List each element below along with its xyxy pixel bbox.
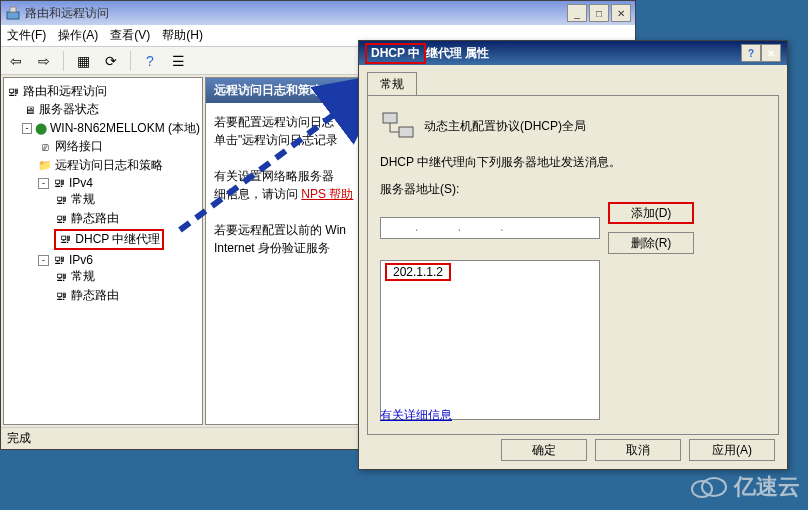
cancel-button[interactable]: 取消 [595,439,681,461]
dialog-title-a: DHCP 中 [371,46,420,60]
cloud-icon [688,475,728,499]
collapse-icon[interactable]: - [38,178,49,189]
server-icon: 🖳 [6,85,20,99]
server-node-icon: ⬤ [35,122,47,136]
dhcp-global-icon [380,108,416,144]
dialog-header: 动态主机配置协议(DHCP)全局 [424,118,586,135]
nps-help-link[interactable]: NPS 帮助 [301,187,353,201]
tree-dhcp-relay-highlight: 🖳 DHCP 中继代理 [54,229,164,250]
tree-nic[interactable]: 网络接口 [55,138,103,155]
add-button[interactable]: 添加(D) [608,202,694,224]
back-icon[interactable]: ⇦ [5,50,27,72]
svg-point-8 [702,478,726,496]
tree-ipv6[interactable]: IPv6 [69,253,93,267]
menu-help[interactable]: 帮助(H) [162,27,203,44]
titlebar: 路由和远程访问 _ □ ✕ [1,1,635,25]
ok-button[interactable]: 确定 [501,439,587,461]
tab-general[interactable]: 常规 [367,72,417,96]
tree-ipv4[interactable]: IPv4 [69,176,93,190]
general-icon: 🖳 [54,270,68,284]
forward-icon[interactable]: ⇨ [33,50,55,72]
route-icon: 🖳 [54,212,68,226]
menu-action[interactable]: 操作(A) [58,27,98,44]
dialog-titlebar: DHCP 中继代理 属性 ? ✕ [359,41,787,65]
server-list[interactable]: 202.1.1.2 [380,260,600,420]
menu-view[interactable]: 查看(V) [110,27,150,44]
server-list-item[interactable]: 202.1.1.2 [385,263,451,281]
help-icon[interactable]: ? [139,50,161,72]
tree-ipv4-static[interactable]: 静态路由 [71,210,119,227]
tree-logs[interactable]: 远程访问日志和策略 [55,157,163,174]
dialog-tabs: 常规 [359,65,787,95]
tree-pane[interactable]: 🖳路由和远程访问 🖥服务器状态 -⬤WIN-8N62MELLOKM (本地) ⎚… [3,77,203,425]
content-p3b: 细信息，请访问 [214,187,298,201]
tree-dhcp-relay[interactable]: DHCP 中继代理 [75,232,160,246]
separator [130,51,131,71]
refresh-icon[interactable]: ⟳ [100,50,122,72]
dialog-help-button[interactable]: ? [741,44,761,62]
route-icon: 🖳 [54,289,68,303]
watermark: 亿速云 [688,472,800,502]
maximize-button[interactable]: □ [589,4,609,22]
window-title: 路由和远程访问 [25,5,567,22]
apply-button[interactable]: 应用(A) [689,439,775,461]
folder-icon: 📁 [38,159,52,173]
server-address-label: 服务器地址(S): [380,181,766,198]
minimize-button[interactable]: _ [567,4,587,22]
more-info-link[interactable]: 有关详细信息 [380,407,452,424]
svg-rect-1 [10,7,16,12]
svg-rect-0 [7,12,19,19]
menu-file[interactable]: 文件(F) [7,27,46,44]
svg-rect-4 [399,127,413,137]
close-button[interactable]: ✕ [611,4,631,22]
dialog-close-button[interactable]: ✕ [761,44,781,62]
collapse-icon[interactable]: - [22,123,32,134]
server-address-input[interactable]: . . . [380,217,600,239]
tree-server[interactable]: WIN-8N62MELLOKM (本地) [50,120,200,137]
tree-ipv6-general[interactable]: 常规 [71,268,95,285]
content-p3a: 有关设置网络略服务器 [214,169,334,183]
dhcp-icon: 🖳 [58,232,72,246]
properties-icon[interactable]: ☰ [167,50,189,72]
nic-icon: ⎚ [38,140,52,154]
ip-dots: . . . [385,220,522,234]
ipv6-icon: 🖳 [52,253,66,267]
tree-root[interactable]: 路由和远程访问 [23,83,107,100]
dialog-title-b: 继代理 属性 [426,45,489,62]
tree-ipv6-static[interactable]: 静态路由 [71,287,119,304]
status-icon: 🖥 [22,103,36,117]
app-icon [5,5,21,21]
svg-rect-3 [383,113,397,123]
tree-server-status[interactable]: 服务器状态 [39,101,99,118]
remove-button[interactable]: 删除(R) [608,232,694,254]
watermark-text: 亿速云 [734,472,800,502]
tab-panel: 动态主机配置协议(DHCP)全局 DHCP 中继代理向下列服务器地址发送消息。 … [367,95,779,435]
tree-ipv4-general[interactable]: 常规 [71,191,95,208]
ipv4-icon: 🖳 [52,176,66,190]
dialog-description: DHCP 中继代理向下列服务器地址发送消息。 [380,154,766,171]
separator [63,51,64,71]
show-hide-icon[interactable]: ▦ [72,50,94,72]
dhcp-relay-properties-dialog: DHCP 中继代理 属性 ? ✕ 常规 动态主机配置协议(DHCP)全局 DHC… [358,40,788,470]
general-icon: 🖳 [54,193,68,207]
collapse-icon[interactable]: - [38,255,49,266]
